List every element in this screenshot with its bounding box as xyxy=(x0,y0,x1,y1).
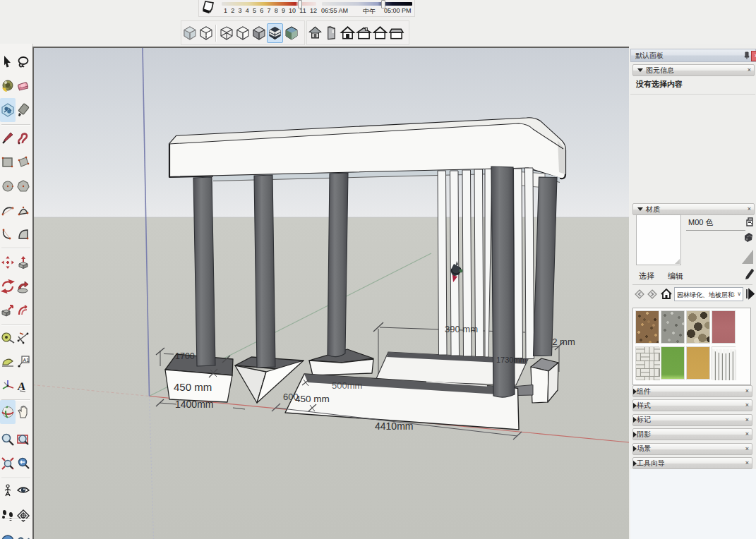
sample-paint-dropper-icon[interactable] xyxy=(745,268,755,281)
make-component-tool[interactable] xyxy=(0,98,16,122)
section-close-icon[interactable]: × xyxy=(745,460,749,466)
material-sampler-tool[interactable] xyxy=(16,98,31,122)
select-tool[interactable] xyxy=(0,50,16,74)
offset-tool[interactable] xyxy=(16,298,31,322)
partial-tool-a[interactable] xyxy=(0,526,16,539)
three-point-arc-tool[interactable] xyxy=(0,222,16,246)
create-material-icon[interactable] xyxy=(743,231,754,243)
shaded-button[interactable] xyxy=(251,23,267,43)
left-view-button[interactable] xyxy=(388,23,404,43)
section-close-icon[interactable]: × xyxy=(745,431,749,437)
section-plane-tool[interactable] xyxy=(16,504,31,528)
column-1[interactable] xyxy=(193,177,215,366)
tab-edit[interactable]: 编辑 xyxy=(668,271,683,281)
right-view-button[interactable] xyxy=(356,23,372,43)
polygon-tool[interactable] xyxy=(16,174,31,198)
section-close-icon[interactable]: × xyxy=(745,417,749,423)
entity-info-header[interactable]: 图元信息 × xyxy=(632,64,755,76)
back-view-button[interactable] xyxy=(372,23,388,43)
circle-tool[interactable] xyxy=(0,174,16,198)
arc-tool[interactable] xyxy=(0,198,16,222)
material-preview[interactable] xyxy=(636,214,681,265)
tape-measure-tool[interactable] xyxy=(0,326,16,350)
home-icon[interactable] xyxy=(661,289,672,299)
entity-info-close-icon[interactable]: × xyxy=(748,67,751,73)
monochrome-button[interactable] xyxy=(283,23,299,43)
eraser-tool[interactable] xyxy=(16,74,31,98)
gravel-texture-swatch[interactable] xyxy=(661,310,685,344)
ochre-color-swatch[interactable] xyxy=(686,346,710,380)
section-4-header[interactable]: 场景× xyxy=(632,443,752,455)
shaded-with-textures-button[interactable] xyxy=(267,23,283,43)
materials-close-icon[interactable]: × xyxy=(748,206,751,212)
follow-me-tool[interactable] xyxy=(16,274,31,298)
zoom-window-tool[interactable] xyxy=(16,428,31,452)
pie-tool[interactable] xyxy=(16,222,31,246)
rose-color-swatch[interactable] xyxy=(712,310,736,344)
push-pull-tool[interactable] xyxy=(16,250,31,274)
look-around-tool[interactable] xyxy=(16,478,31,502)
paint-bucket-tool[interactable] xyxy=(0,74,16,98)
dimension-tool[interactable] xyxy=(16,326,31,350)
top-view-button[interactable] xyxy=(323,23,340,43)
section-close-icon[interactable]: × xyxy=(745,388,749,394)
pan-tool[interactable] xyxy=(16,400,31,424)
baluster[interactable] xyxy=(525,168,534,359)
protractor-tool[interactable] xyxy=(0,350,16,374)
preview-resize-grip[interactable] xyxy=(675,259,680,264)
section-close-icon[interactable]: × xyxy=(745,402,749,408)
wireframe-button[interactable] xyxy=(218,23,234,43)
hidden-line-button[interactable] xyxy=(234,23,251,43)
zoom-tool[interactable] xyxy=(0,428,16,452)
section-0-header[interactable]: 组件× xyxy=(632,385,752,397)
rotated-rectangle-tool[interactable] xyxy=(16,150,31,174)
grass-green-color-swatch[interactable] xyxy=(661,346,685,380)
column-3[interactable] xyxy=(328,173,348,357)
line-tool[interactable] xyxy=(0,126,16,150)
pin-icon[interactable] xyxy=(744,52,750,60)
two-point-arc-tool[interactable] xyxy=(16,198,31,222)
rotate-tool[interactable] xyxy=(0,274,16,298)
text-tool[interactable]: A1 xyxy=(16,350,31,374)
details-icon[interactable] xyxy=(746,288,755,300)
section-3-header[interactable]: 阴影× xyxy=(632,428,752,440)
orbit-tool[interactable] xyxy=(0,400,16,424)
xray-mode-button[interactable] xyxy=(181,23,198,43)
back-arrow-icon[interactable] xyxy=(635,289,644,299)
mulch-texture-swatch[interactable] xyxy=(635,310,659,344)
move-tool[interactable] xyxy=(0,250,16,274)
forward-arrow-icon[interactable] xyxy=(647,289,657,299)
position-camera-tool[interactable] xyxy=(0,478,16,502)
zoom-extents-tool[interactable] xyxy=(0,452,16,476)
panel-close-button[interactable]: × xyxy=(751,51,756,61)
partial-tool-b[interactable] xyxy=(16,526,31,539)
section-2-header[interactable]: 标记× xyxy=(632,414,752,426)
back-edges-button[interactable] xyxy=(198,23,214,43)
paver-texture-swatch[interactable] xyxy=(635,346,659,380)
section-1-header[interactable]: 样式× xyxy=(632,399,752,411)
baluster[interactable] xyxy=(514,169,523,358)
column-2[interactable] xyxy=(254,175,275,368)
tab-select[interactable]: 选择 xyxy=(639,271,654,281)
axes-tool[interactable] xyxy=(0,374,16,398)
freehand-tool[interactable] xyxy=(16,126,31,150)
walk-tool[interactable] xyxy=(0,504,16,528)
section-5-header[interactable]: 工具向导× xyxy=(632,457,752,469)
panel-titlebar[interactable]: 默认面板 × xyxy=(630,49,756,62)
lasso-tool[interactable] xyxy=(16,50,31,74)
materials-header[interactable]: 材质 × xyxy=(632,203,755,215)
scale-tool[interactable] xyxy=(0,298,16,322)
secondary-pane-icon[interactable] xyxy=(745,217,754,226)
fence-texture-swatch[interactable] xyxy=(712,346,736,380)
viewport[interactable]: 42 mm 1700 450 mm xyxy=(32,47,629,539)
shadow-time-slider[interactable] xyxy=(322,2,412,6)
rock-texture-swatch[interactable] xyxy=(686,310,710,344)
iso-view-button[interactable] xyxy=(307,23,323,43)
rectangle-tool[interactable] xyxy=(0,150,16,174)
front-view-button[interactable] xyxy=(340,23,356,43)
section-close-icon[interactable]: × xyxy=(745,446,749,452)
3d-text-tool[interactable]: A xyxy=(16,374,31,398)
shadow-toggle-icon[interactable] xyxy=(200,0,218,15)
material-name-field[interactable] xyxy=(686,216,745,231)
zoom-previous-tool[interactable] xyxy=(16,452,31,476)
